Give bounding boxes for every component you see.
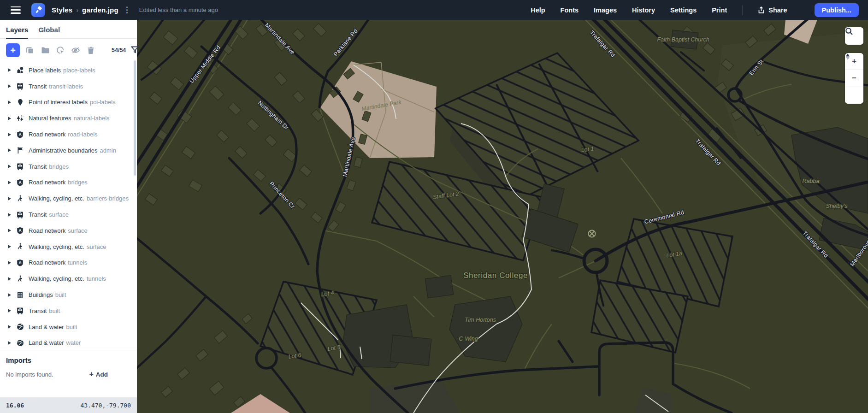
map-label: Shelby's — [826, 203, 848, 209]
expand-caret-icon[interactable] — [8, 213, 11, 217]
layer-row-surface[interactable]: A Road network surface — [0, 223, 137, 239]
map-canvas[interactable]: Upper Middle RdMartindale AveParklane Rd… — [137, 20, 868, 413]
hamburger-menu-icon[interactable] — [11, 6, 21, 14]
expand-caret-icon[interactable] — [8, 133, 11, 136]
map-rendering: Upper Middle RdMartindale AveParklane Rd… — [137, 20, 868, 413]
breadcrumb-section[interactable]: Styles — [52, 6, 72, 14]
mapbox-studio-app-icon[interactable] — [31, 3, 45, 17]
nav-history[interactable]: History — [632, 6, 655, 14]
layer-id: barriers-bridges — [87, 195, 129, 202]
transit-layer-icon — [16, 307, 24, 315]
expand-caret-icon[interactable] — [8, 117, 11, 120]
layer-row-built[interactable]: Transit built — [0, 303, 137, 319]
layer-row-surface[interactable]: Transit surface — [0, 206, 137, 223]
layer-row-natural-labels[interactable]: Natural features natural-labels — [0, 110, 137, 126]
landwater-layer-icon — [16, 323, 24, 331]
expand-caret-icon[interactable] — [8, 261, 11, 265]
nav-print[interactable]: Print — [712, 6, 727, 14]
layer-id: admin — [100, 147, 116, 154]
layer-row-transit-labels[interactable]: Transit transit-labels — [0, 78, 137, 94]
layer-id: poi-labels — [90, 99, 116, 106]
paint-tool-icon — [35, 6, 42, 14]
zoom-out-button[interactable]: − — [845, 70, 863, 87]
publish-button[interactable]: Publish... — [815, 3, 859, 17]
nav-fonts[interactable]: Fonts — [561, 6, 579, 14]
expand-caret-icon[interactable] — [8, 277, 11, 281]
select-layer-cursor-icon[interactable] — [55, 45, 65, 55]
layer-row-surface[interactable]: Walking, cycling, etc. surface — [0, 239, 137, 255]
expand-caret-icon[interactable] — [8, 148, 11, 152]
compass-bearing-button[interactable] — [845, 87, 863, 104]
expand-caret-icon[interactable] — [8, 293, 11, 297]
map-search-button[interactable] — [845, 27, 863, 45]
landwater-layer-icon — [16, 339, 24, 347]
layer-name: Walking, cycling, etc. — [29, 243, 84, 250]
natural-layer-icon — [16, 114, 24, 122]
layer-name: Walking, cycling, etc. — [29, 195, 84, 202]
tab-global[interactable]: Global — [38, 26, 60, 38]
layer-name: Place labels — [29, 67, 61, 74]
walking-layer-icon — [16, 195, 24, 202]
layer-row-bridges[interactable]: A Road network bridges — [0, 175, 137, 191]
layer-row-poi-labels[interactable]: Point of interest labels poi-labels — [0, 94, 137, 111]
add-import-button[interactable]: +Add — [89, 370, 108, 378]
map-label: Faith Baptist Church — [657, 36, 709, 43]
layer-id: surface — [49, 211, 69, 218]
delete-layer-trash-icon[interactable] — [86, 45, 96, 55]
layer-name: Road network — [29, 179, 65, 186]
nav-images[interactable]: Images — [594, 6, 617, 14]
filter-layers-icon[interactable] — [131, 46, 139, 54]
share-button[interactable]: Share — [758, 6, 787, 14]
layer-name: Transit — [29, 307, 47, 314]
expand-caret-icon[interactable] — [8, 68, 11, 72]
expand-caret-icon[interactable] — [8, 165, 11, 168]
edited-status: Edited less than a minute ago — [139, 6, 218, 13]
imports-empty-message: No imports found. — [6, 371, 53, 378]
layer-row-admin[interactable]: Administrative boundaries admin — [0, 142, 137, 159]
expand-caret-icon[interactable] — [8, 245, 11, 248]
duplicate-layer-icon[interactable] — [25, 45, 35, 55]
layer-name: Transit — [29, 211, 47, 218]
breadcrumb-file-name[interactable]: garden.jpg — [82, 6, 118, 14]
expand-caret-icon[interactable] — [8, 181, 11, 184]
hide-layer-eye-off-icon[interactable] — [71, 45, 81, 55]
expand-caret-icon[interactable] — [8, 197, 11, 201]
layer-row-road-labels[interactable]: A Road network road-labels — [0, 126, 137, 142]
group-layers-folder-icon[interactable] — [40, 45, 50, 55]
layer-id: natural-labels — [74, 115, 110, 122]
layer-name: Road network — [29, 259, 65, 266]
tab-layers[interactable]: Layers — [6, 26, 28, 39]
poi-layer-icon — [16, 98, 24, 106]
layer-row-place-labels[interactable]: Place labels place-labels — [0, 62, 137, 78]
layer-row-tunnels[interactable]: A Road network tunnels — [0, 255, 137, 271]
add-layer-button[interactable]: + — [6, 43, 20, 57]
road-layer-icon: A — [16, 259, 24, 266]
layer-id: place-labels — [63, 67, 95, 74]
layer-row-tunnels[interactable]: Walking, cycling, etc. tunnels — [0, 271, 137, 287]
layer-name: Walking, cycling, etc. — [29, 275, 84, 282]
expand-caret-icon[interactable] — [8, 325, 11, 329]
layers-scrollbar[interactable] — [134, 60, 136, 176]
buildings-layer-icon — [16, 291, 24, 299]
svg-text:A: A — [18, 228, 21, 233]
expand-caret-icon[interactable] — [8, 84, 11, 88]
panel-tabs: Layers Global — [0, 20, 137, 39]
layer-row-barriers-bridges[interactable]: Walking, cycling, etc. barriers-bridges — [0, 190, 137, 206]
nav-help[interactable]: Help — [531, 6, 545, 14]
layer-name: Road network — [29, 131, 65, 138]
layer-row-built[interactable]: Land & water built — [0, 319, 137, 335]
layer-row-built[interactable]: Buildings built — [0, 287, 137, 303]
layer-name: Land & water — [29, 339, 64, 346]
nav-settings[interactable]: Settings — [670, 6, 697, 14]
expand-caret-icon[interactable] — [8, 229, 11, 232]
compass-icon — [845, 53, 850, 60]
map-label: C-Wing — [459, 336, 478, 342]
layer-row-bridges[interactable]: Transit bridges — [0, 159, 137, 175]
expand-caret-icon[interactable] — [8, 100, 11, 104]
left-panel: Layers Global + 54/54 Place labels place — [0, 20, 137, 413]
expand-caret-icon[interactable] — [8, 309, 11, 313]
layer-row-water[interactable]: Land & water water — [0, 335, 137, 350]
expand-caret-icon[interactable] — [8, 341, 11, 345]
style-options-kebab-icon[interactable]: ⋮ — [123, 5, 131, 15]
walking-layer-icon — [16, 275, 24, 283]
